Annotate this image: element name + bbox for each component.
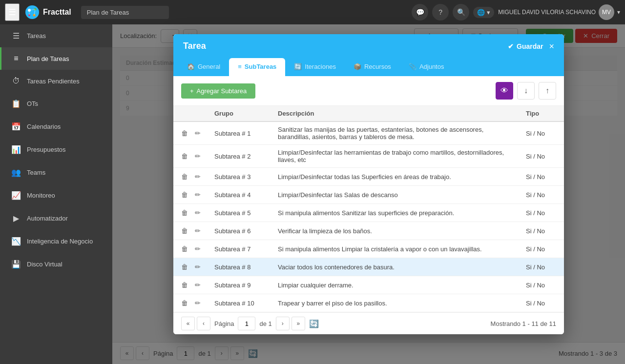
modal-pag-next[interactable]: › [276,317,290,330]
edit-row-btn[interactable]: ✏ [193,128,203,138]
sidebar-item-disco-virtual[interactable]: 💾 Disco Virtual [0,253,112,276]
avatar-initials: MV [602,9,611,16]
delete-row-btn[interactable]: 🗑 [179,298,190,308]
tab-recursos[interactable]: 📦 Recursos [345,58,400,76]
row-actions: 🗑 ✏ [179,244,203,254]
cell-descripcion: Verificar la limpieza de los baños. [272,222,520,240]
presupuestos-icon: 📊 [11,145,21,154]
search-input[interactable] [81,6,169,19]
sidebar-item-automatizador[interactable]: ▶ Automatizador [0,207,112,230]
chat-icon-btn[interactable]: 💬 [412,4,428,20]
modal-pag-refresh[interactable]: 🔄 [307,317,321,330]
modal-save-btn[interactable]: ✔ Guardar [508,42,543,50]
sidebar-item-presupuestos[interactable]: 📊 Presupuestos [0,138,112,161]
sidebar-item-teams[interactable]: 👥 Teams [0,161,112,184]
modal-pag-first[interactable]: « [181,317,195,330]
sidebar-item-tareas-pendientes[interactable]: ⏱ Tareas Pendientes [0,70,112,92]
delete-row-btn[interactable]: 🗑 [179,190,190,200]
cell-grupo: Subtarea # 7 [208,240,272,258]
row-actions: 🗑 ✏ [179,151,203,161]
sidebar-item-monitoreo[interactable]: 📈 Monitoreo [0,184,112,207]
eye-btn[interactable]: 👁 [496,82,513,100]
hamburger-menu[interactable]: ☰ [5,3,20,21]
cell-tipo: Si / No [520,222,564,240]
delete-row-btn[interactable]: 🗑 [179,172,190,182]
sidebar-item-plan-tareas[interactable]: ≡ Plan de Tareas [0,47,112,70]
tab-subtareas[interactable]: ≡ SubTareas [229,58,285,76]
arrow-down-btn[interactable]: ↓ [517,82,535,100]
cell-tipo: Si / No [520,240,564,258]
edit-row-btn[interactable]: ✏ [193,298,203,308]
tab-iteraciones-icon: 🔄 [294,63,302,70]
cell-descripcion: Limpiar cualquier derrame. [272,276,520,294]
edit-row-btn[interactable]: ✏ [193,172,203,182]
edit-row-btn[interactable]: ✏ [193,262,203,272]
row-actions-cell: 🗑 ✏ [173,258,208,276]
logo: Fracttal [24,4,71,20]
tab-iteraciones[interactable]: 🔄 Iteraciones [285,58,345,76]
sidebar-item-tareas[interactable]: ☰ Tareas [0,24,112,47]
edit-row-btn[interactable]: ✏ [193,190,203,200]
row-actions-cell: 🗑 ✏ [173,240,208,258]
tab-adjuntos-label: Adjuntos [419,63,444,70]
row-actions-cell: 🗑 ✏ [173,168,208,186]
edit-row-btn[interactable]: ✏ [193,226,203,236]
teams-icon: 👥 [11,168,21,177]
cell-descripcion: Sanitizar las manijas de las puertas, es… [272,121,520,145]
delete-row-btn[interactable]: 🗑 [179,244,190,254]
sidebar-label-automatizador: Automatizador [27,215,68,222]
delete-row-btn[interactable]: 🗑 [179,128,190,138]
sidebar-label-tareas-pendientes: Tareas Pendientes [27,78,80,85]
cell-grupo: Subtarea # 3 [208,168,272,186]
modal-pag-prev[interactable]: ‹ [197,317,210,330]
sidebar-label-calendarios: Calendarios [27,123,61,130]
modal-body: + Agregar Subtarea 👁 ↓ ↑ [173,76,564,334]
subtareas-table-wrap: Grupo Descripción Tipo 🗑 ✏ Subtarea # 1 … [173,106,564,312]
cell-tipo: Si / No [520,276,564,294]
modal-tabs: 🏠 General ≡ SubTareas 🔄 Iteraciones 📦 Re… [173,58,564,76]
help-icon-btn[interactable]: ? [432,4,449,20]
row-actions: 🗑 ✏ [179,298,203,308]
cell-grupo: Subtarea # 8 [208,258,272,276]
edit-row-btn[interactable]: ✏ [193,151,203,161]
sidebar-item-ots[interactable]: 📋 OTs [0,92,112,115]
plan-tareas-icon: ≡ [11,54,21,63]
globe-btn[interactable]: 🌐 ▾ [473,7,494,18]
sidebar-item-calendarios[interactable]: 📅 Calendarios [0,115,112,138]
add-subtarea-btn[interactable]: + Agregar Subtarea [181,83,255,99]
modal-pag-last[interactable]: » [292,317,305,330]
search-icon-btn[interactable]: 🔍 [453,4,469,20]
tab-general-icon: 🏠 [187,63,195,70]
toolbar-right: 👁 ↓ ↑ [496,82,556,100]
add-subtarea-plus-icon: + [190,87,194,95]
globe-arrow: ▾ [487,9,490,16]
avatar[interactable]: MV [599,4,614,20]
subtarea-row: 🗑 ✏ Subtarea # 3 Limpiar/Desinfectar tod… [173,168,564,186]
logo-icon [24,4,40,20]
cell-tipo: Si / No [520,145,564,168]
cell-grupo: Subtarea # 1 [208,121,272,145]
delete-row-btn[interactable]: 🗑 [179,280,190,290]
cell-descripcion: Si manipula alimentos Limpiar la cristal… [272,240,520,258]
sidebar-label-monitoreo: Monitoreo [27,192,55,199]
modal-close-btn[interactable]: × [549,42,554,51]
cell-grupo: Subtarea # 9 [208,276,272,294]
delete-row-btn[interactable]: 🗑 [179,151,190,161]
modal-pag-input[interactable] [238,317,255,330]
edit-row-btn[interactable]: ✏ [193,208,203,218]
edit-row-btn[interactable]: ✏ [193,244,203,254]
tab-general[interactable]: 🏠 General [178,58,229,76]
tab-adjuntos[interactable]: 📎 Adjuntos [400,58,453,76]
delete-row-btn[interactable]: 🗑 [179,262,190,272]
modal-save-label: Guardar [517,42,543,50]
delete-row-btn[interactable]: 🗑 [179,226,190,236]
row-actions: 🗑 ✏ [179,280,203,290]
arrow-up-btn[interactable]: ↑ [539,82,556,100]
edit-row-btn[interactable]: ✏ [193,280,203,290]
user-menu-arrow[interactable]: ▾ [617,9,620,16]
modal-save-check-icon: ✔ [508,42,514,50]
sidebar-item-inteligencia[interactable]: 📉 Inteligencia de Negocio [0,230,112,253]
delete-row-btn[interactable]: 🗑 [179,208,190,218]
subtarea-row: 🗑 ✏ Subtarea # 1 Sanitizar las manijas d… [173,121,564,145]
subtarea-row: 🗑 ✏ Subtarea # 5 Si manipula alimentos S… [173,204,564,222]
